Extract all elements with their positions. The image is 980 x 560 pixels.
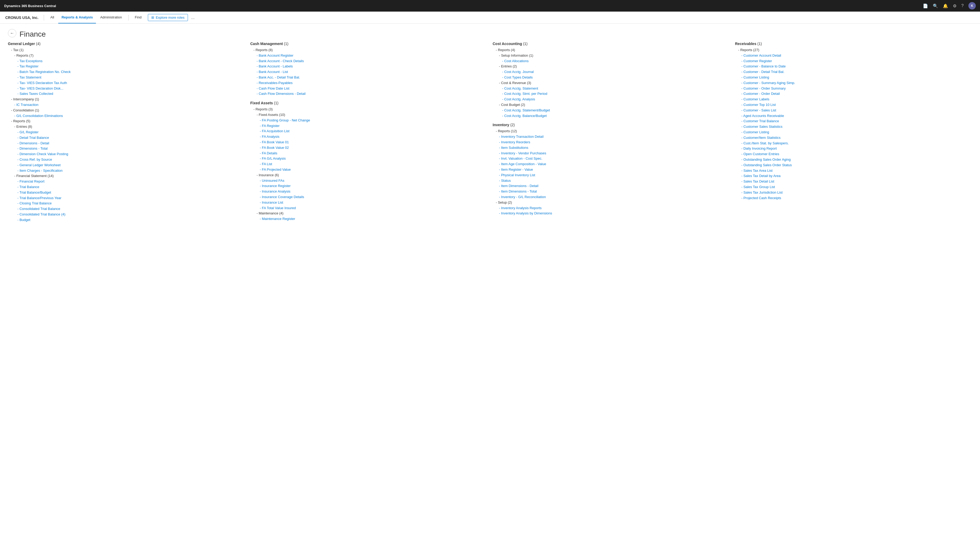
help-icon[interactable]: ? (961, 3, 964, 8)
tree-item-2-27[interactable]: - Inventory - G/L Reconciliation (493, 194, 730, 200)
tree-item-2-25[interactable]: - Item Dimensions - Detail (493, 183, 730, 189)
tree-item-2-5[interactable]: - Cost Types Details (493, 75, 730, 80)
tree-item-3-27[interactable]: - Projected Cash Receipts (735, 195, 972, 201)
tree-item-2-7[interactable]: - Cost Acctg. Statement (493, 86, 730, 92)
tree-item-2-18[interactable]: - Item Substitutions (493, 145, 730, 151)
tree-item-2-9[interactable]: - Cost Acctg. Analysis (493, 97, 730, 102)
tree-item-3-26[interactable]: - Sales Tax Jurisdiction List (735, 190, 972, 195)
tree-item-3-16[interactable]: - Customer/Item Statistics (735, 135, 972, 141)
tree-item-2-29[interactable]: - Inventory Analysis Reports (493, 205, 730, 211)
tree-item-0-31[interactable]: - Budget (8, 217, 245, 223)
tree-item-0-10[interactable]: - IC Transaction (8, 102, 245, 108)
tree-item-0-26[interactable]: - Trial Balance/Budget (8, 190, 245, 195)
tree-item-1-4[interactable]: - Bank Account - List (250, 69, 487, 75)
tree-item-1-13[interactable]: - FA Posting Group - Net Change (250, 118, 487, 123)
user-avatar[interactable]: K (968, 2, 976, 10)
tree-item-2-4[interactable]: - Cost Acctg. Journal (493, 69, 730, 75)
tree-item-0-4[interactable]: - Batch Tax Registration No. Check (8, 69, 245, 75)
tree-item-0-16[interactable]: - Detail Trial Balance (8, 135, 245, 141)
tree-item-0-18[interactable]: - Dimensions - Total (8, 146, 245, 152)
tree-item-0-6[interactable]: - Tax- VIES Declaration Tax Auth (8, 80, 245, 86)
tree-item-3-5[interactable]: - Customer Listing (735, 75, 972, 80)
tree-item-3-9[interactable]: - Customer Labels (735, 97, 972, 102)
tree-item-2-12[interactable]: - Cost Acctg. Balance/Budget (493, 113, 730, 119)
tree-item-0-28[interactable]: - Closing Trial Balance (8, 201, 245, 206)
tree-item-1-17[interactable]: - FA Book Value 01 (250, 140, 487, 145)
tree-item-1-2[interactable]: - Bank Account - Check Details (250, 58, 487, 64)
tree-item-0-7[interactable]: - Tax- VIES Declaration Disk... (8, 86, 245, 92)
tree-item-2-26[interactable]: - Item Dimensions - Total (493, 189, 730, 194)
tree-item-1-25[interactable]: - Insurance Register (250, 183, 487, 189)
tree-item-0-24[interactable]: - Financial Report (8, 179, 245, 184)
tree-item-3-24[interactable]: - Sales Tax Detail List (735, 179, 972, 184)
document-icon[interactable]: 📄 (923, 3, 928, 8)
tree-item-3-25[interactable]: - Sales Tax Group List (735, 184, 972, 190)
tree-item-1-8[interactable]: - Cash Flow Dimensions - Detail (250, 91, 487, 97)
tree-item-3-12[interactable]: - Aged Accounts Receivable (735, 113, 972, 119)
tree-item-2-30[interactable]: - Inventory Analysis by Dimensions (493, 211, 730, 216)
tree-item-3-22[interactable]: - Sales Tax Area List (735, 168, 972, 173)
tree-item-0-25[interactable]: - Trial Balance (8, 184, 245, 190)
tree-item-0-15[interactable]: - G/L Register (8, 130, 245, 135)
tree-item-2-16[interactable]: - Inventory Transaction Detail (493, 134, 730, 140)
tree-item-0-12[interactable]: - G/L Consolidation Eliminations (8, 113, 245, 119)
tree-item-0-21[interactable]: - General Ledger Worksheet (8, 163, 245, 168)
tree-item-1-3[interactable]: - Bank Account - Labels (250, 64, 487, 69)
tree-item-2-23[interactable]: - Physical Inventory List (493, 173, 730, 178)
tree-item-1-20[interactable]: - FA G/L Analysis (250, 156, 487, 162)
tree-item-3-7[interactable]: - Customer - Order Summary (735, 86, 972, 92)
tree-item-2-2[interactable]: - Cost Allocations (493, 58, 730, 64)
tree-item-2-17[interactable]: - Inventory Reorders (493, 140, 730, 145)
tree-item-0-19[interactable]: - Dimension Check Value Posting (8, 152, 245, 157)
tree-item-2-8[interactable]: - Cost Acctg. Stmt. per Period (493, 91, 730, 97)
tree-item-3-21[interactable]: - Outstanding Sales Order Status (735, 163, 972, 168)
tree-item-1-14[interactable]: - FA Register (250, 123, 487, 129)
tree-item-2-19[interactable]: - Inventory - Vendor Purchases (493, 151, 730, 156)
tree-item-2-20[interactable]: - Invt. Valuation - Cost Spec. (493, 156, 730, 162)
tree-item-3-1[interactable]: - Customer Account Detail (735, 53, 972, 58)
tree-item-1-19[interactable]: - FA Details (250, 151, 487, 156)
tree-item-3-3[interactable]: - Customer - Balance to Date (735, 64, 972, 69)
tree-item-3-20[interactable]: - Outstanding Sales Order Aging (735, 157, 972, 163)
tree-item-0-17[interactable]: - Dimensions - Detail (8, 141, 245, 146)
tab-all[interactable]: All (47, 12, 57, 23)
back-button[interactable]: ← (8, 29, 16, 37)
tree-item-3-6[interactable]: - Customer - Summary Aging Simp. (735, 80, 972, 86)
tree-item-1-28[interactable]: - Insurance List (250, 200, 487, 205)
tab-administration[interactable]: Administration (97, 12, 125, 23)
tree-item-1-22[interactable]: - FA Projected Value (250, 167, 487, 173)
tab-reports-analysis[interactable]: Reports & Analysis (58, 12, 96, 23)
tree-item-3-11[interactable]: - Customer - Sales List (735, 108, 972, 113)
tree-item-2-11[interactable]: - Cost Acctg. Statement/Budget (493, 108, 730, 113)
tree-item-3-13[interactable]: - Customer Trial Balance (735, 118, 972, 124)
tree-item-3-4[interactable]: - Customer - Detail Trial Bal. (735, 69, 972, 75)
tree-item-1-6[interactable]: - Receivables-Payables (250, 80, 487, 86)
tree-item-3-17[interactable]: - Cust./Item Stat. by Salespers. (735, 141, 972, 146)
tab-find[interactable]: Find (132, 12, 145, 23)
tree-item-1-31[interactable]: - Maintenance Register (250, 216, 487, 222)
gear-icon[interactable]: ⚙ (953, 3, 957, 8)
tree-item-1-5[interactable]: - Bank Acc. - Detail Trial Bal. (250, 75, 487, 80)
tree-item-1-21[interactable]: - FA List (250, 162, 487, 167)
tree-item-1-1[interactable]: - Bank Account Register (250, 53, 487, 58)
search-icon[interactable]: 🔍 (933, 3, 938, 8)
tree-item-3-8[interactable]: - Customer - Order Detail (735, 91, 972, 97)
more-button[interactable]: ... (189, 14, 197, 21)
tree-item-3-10[interactable]: - Customer Top 10 List (735, 102, 972, 108)
tree-item-0-29[interactable]: - Consolidated Trial Balance (8, 206, 245, 212)
tree-item-3-14[interactable]: - Customer Sales Statistics (735, 124, 972, 130)
tree-item-0-22[interactable]: - Item Charges - Specification (8, 168, 245, 173)
tree-item-1-18[interactable]: - FA Book Value 02 (250, 145, 487, 151)
tree-item-1-7[interactable]: - Cash Flow Date List (250, 86, 487, 92)
tree-item-1-29[interactable]: - FA Total Value Insured (250, 205, 487, 211)
tree-item-3-15[interactable]: - Customer Listing (735, 130, 972, 135)
tree-item-2-22[interactable]: - Item Register - Value (493, 167, 730, 173)
tree-item-0-8[interactable]: - Sales Taxes Collected (8, 91, 245, 97)
tree-item-3-23[interactable]: - Sales Tax Detail by Area (735, 173, 972, 179)
tree-item-3-19[interactable]: - Open Customer Entries (735, 152, 972, 157)
tree-item-2-21[interactable]: - Item Age Composition - Value (493, 162, 730, 167)
tree-item-1-27[interactable]: - Insurance Coverage Details (250, 194, 487, 200)
tree-item-0-27[interactable]: - Trial Balance/Previous Year (8, 195, 245, 201)
tree-item-1-24[interactable]: - Uninsured FAs (250, 178, 487, 183)
tree-item-0-5[interactable]: - Tax Statement (8, 75, 245, 80)
